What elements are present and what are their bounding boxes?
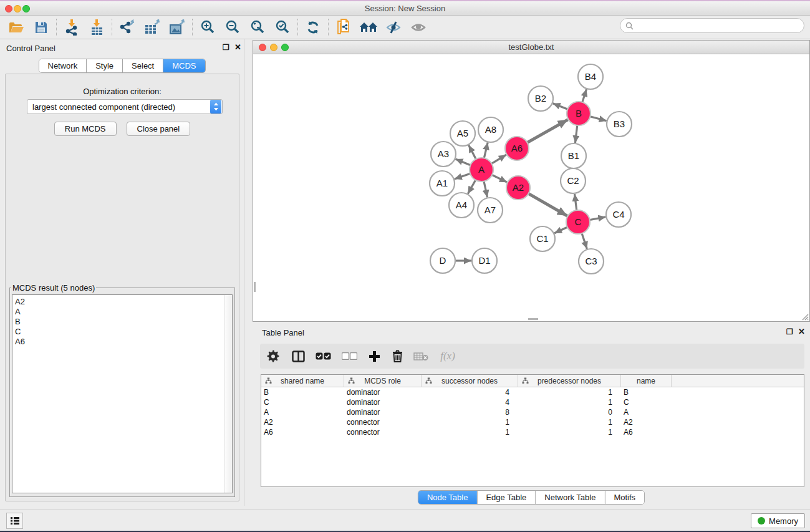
- table-cell[interactable]: 4: [422, 387, 518, 397]
- graph-edge-A-A4[interactable]: [468, 180, 476, 194]
- close-panel-button[interactable]: Close panel: [127, 122, 191, 136]
- table-cell[interactable]: B: [261, 387, 344, 397]
- graph-node-D1[interactable]: D1: [472, 248, 497, 273]
- graph-edge-A-A1[interactable]: [455, 173, 471, 179]
- table-cell[interactable]: C: [621, 397, 672, 407]
- table-row[interactable]: Adominator80A: [261, 407, 804, 417]
- table-row[interactable]: A2connector11A2: [261, 417, 804, 427]
- tab-edge-table[interactable]: Edge Table: [477, 491, 536, 504]
- graph-node-B4[interactable]: B4: [578, 64, 603, 89]
- zoom-out-icon[interactable]: [220, 17, 245, 38]
- table-cell[interactable]: 8: [422, 407, 518, 417]
- graph-node-B2[interactable]: B2: [528, 86, 553, 111]
- import-network-icon[interactable]: [59, 17, 84, 38]
- graph-edge-A-A3[interactable]: [455, 159, 471, 165]
- table-cell[interactable]: 1: [422, 417, 518, 427]
- graph-node-D[interactable]: D: [430, 248, 455, 273]
- column-header-shared-name[interactable]: shared name: [261, 375, 344, 387]
- table-cell[interactable]: connector: [344, 417, 422, 427]
- graph-node-C4[interactable]: C4: [606, 202, 631, 227]
- table-row[interactable]: Bdominator41B: [261, 387, 804, 397]
- table-cell[interactable]: 1: [518, 387, 621, 397]
- graph-edge-C-C3[interactable]: [582, 233, 587, 249]
- graph-node-A4[interactable]: A4: [449, 193, 474, 218]
- graph-node-A8[interactable]: A8: [478, 117, 503, 142]
- table-cell[interactable]: dominator: [344, 397, 422, 407]
- table-cell[interactable]: 1: [518, 427, 621, 437]
- export-network-icon[interactable]: [115, 17, 140, 38]
- gear-icon[interactable]: [260, 346, 286, 367]
- graph-edge-C-C4[interactable]: [589, 217, 606, 220]
- graph-edge-A-A6[interactable]: [491, 155, 506, 164]
- export-image-icon[interactable]: [165, 17, 190, 38]
- tab-motifs[interactable]: Motifs: [605, 491, 644, 504]
- canvas-vertical-scroll-mark[interactable]: [254, 282, 256, 292]
- search-box[interactable]: [620, 18, 804, 33]
- column-header-MCDS-role[interactable]: MCDS role: [344, 375, 422, 387]
- result-list-scrollbar[interactable]: [224, 295, 232, 493]
- mcds-result-item[interactable]: A2: [15, 297, 232, 307]
- table-cell[interactable]: 4: [422, 397, 518, 407]
- window-resize-grip[interactable]: [800, 312, 809, 321]
- task-history-icon[interactable]: [6, 513, 23, 529]
- table-cell[interactable]: dominator: [344, 407, 422, 417]
- canvas-horizontal-scroll-mark[interactable]: [528, 318, 538, 320]
- table-cell[interactable]: A: [621, 407, 672, 417]
- table-cell[interactable]: A2: [621, 417, 672, 427]
- graph-edge-B-B3[interactable]: [589, 117, 606, 121]
- tab-node-table[interactable]: Node Table: [418, 491, 478, 504]
- delete-table-icon[interactable]: [408, 346, 433, 367]
- open-session-icon[interactable]: [4, 17, 29, 38]
- show-panels-icon[interactable]: [406, 17, 431, 38]
- table-cell[interactable]: 1: [518, 417, 621, 427]
- delete-icon[interactable]: [386, 346, 408, 367]
- table-close-panel-icon[interactable]: ✕: [798, 327, 805, 336]
- run-mcds-button[interactable]: Run MCDS: [54, 122, 117, 136]
- table-cell[interactable]: A2: [261, 417, 344, 427]
- graph-node-A[interactable]: A: [470, 158, 493, 181]
- graph-edge-A-A5[interactable]: [469, 145, 476, 160]
- graph-edge-B-B4[interactable]: [582, 89, 587, 103]
- graph-node-C[interactable]: C: [566, 210, 590, 234]
- graph-edge-B-B1[interactable]: [575, 125, 577, 143]
- split-columns-icon[interactable]: [286, 346, 310, 367]
- table-row[interactable]: Cdominator41C: [261, 397, 804, 407]
- tab-network-table[interactable]: Network Table: [536, 491, 605, 504]
- graph-node-C3[interactable]: C3: [579, 249, 604, 274]
- float-panel-icon[interactable]: ❐: [223, 43, 229, 52]
- add-column-icon[interactable]: [362, 346, 386, 367]
- graph-node-A3[interactable]: A3: [431, 142, 456, 167]
- graph-node-A5[interactable]: A5: [450, 121, 475, 146]
- graph-node-B[interactable]: B: [567, 102, 591, 125]
- fit-content-icon[interactable]: [245, 17, 270, 38]
- tab-style[interactable]: Style: [87, 59, 123, 72]
- graph-edge-A-A8[interactable]: [484, 142, 488, 158]
- graph-node-A6[interactable]: A6: [505, 137, 529, 160]
- graph-edge-C-C1[interactable]: [554, 227, 568, 233]
- new-network-icon[interactable]: [331, 17, 356, 38]
- table-cell[interactable]: C: [261, 397, 344, 407]
- column-header-predecessor-nodes[interactable]: predecessor nodes: [518, 375, 621, 387]
- table-cell[interactable]: dominator: [344, 387, 422, 397]
- mcds-result-item[interactable]: A6: [15, 337, 232, 347]
- graph-edge-A2-C[interactable]: [528, 193, 567, 216]
- table-float-panel-icon[interactable]: ❐: [786, 327, 793, 336]
- graph-node-A2[interactable]: A2: [506, 176, 530, 200]
- import-table-icon[interactable]: [84, 17, 109, 38]
- tab-mcds[interactable]: MCDS: [163, 59, 205, 72]
- search-input[interactable]: [637, 20, 804, 31]
- table-row[interactable]: A6connector11A6: [261, 427, 804, 437]
- table-cell[interactable]: 1: [422, 427, 518, 437]
- graph-node-C2[interactable]: C2: [561, 168, 586, 193]
- table-cell[interactable]: A6: [261, 427, 344, 437]
- show-all-networks-icon[interactable]: [356, 17, 381, 38]
- table-cell[interactable]: 1: [518, 397, 621, 407]
- optimization-criterion-dropdown[interactable]: largest connected component (directed): [27, 99, 223, 114]
- select-all-icon[interactable]: [310, 346, 336, 367]
- graph-node-B3[interactable]: B3: [607, 112, 632, 137]
- table-cell[interactable]: 0: [518, 407, 621, 417]
- mcds-result-item[interactable]: A: [15, 307, 232, 317]
- table-cell[interactable]: connector: [344, 427, 422, 437]
- tab-network[interactable]: Network: [39, 59, 87, 72]
- table-cell[interactable]: B: [621, 387, 672, 397]
